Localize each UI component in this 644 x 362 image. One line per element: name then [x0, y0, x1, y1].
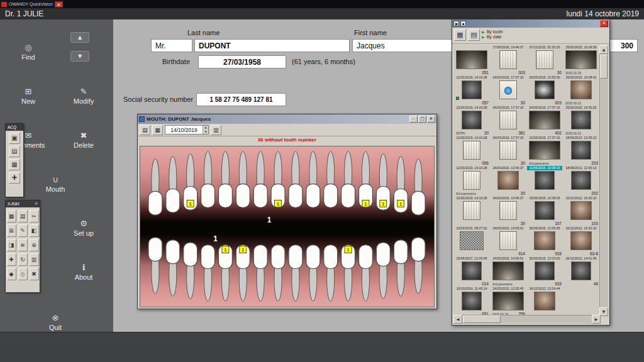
thumbnail-image[interactable] [462, 292, 482, 310]
lower-tooth[interactable] [289, 245, 303, 301]
thumbnail-image[interactable] [536, 50, 553, 69]
thumbnail-image[interactable] [535, 261, 555, 280]
thumbnail-image[interactable] [492, 292, 524, 310]
thumbnail-cell[interactable]: 24/03/2016, 13:46:3730 [491, 166, 526, 196]
thumbnail-cell[interactable]: 24/03/2015, 12:05:452015.02.25256 [491, 287, 526, 316]
lower-tooth[interactable] [236, 245, 250, 301]
grid-view-icon[interactable]: ▦ [454, 29, 466, 41]
delete-xray-icon[interactable]: ✖ [30, 268, 39, 280]
thumbnail-cell[interactable]: 24/03/2016, 17:37:16361 [491, 106, 526, 136]
lower-tooth[interactable] [394, 240, 408, 296]
upper-tooth[interactable] [201, 151, 215, 207]
thumbnail-image[interactable] [462, 111, 482, 129]
add-icon[interactable]: ✚ [7, 253, 16, 266]
sidebar-item-mouth[interactable]: ∪ Mouth [33, 175, 77, 193]
upper-tooth[interactable] [166, 156, 180, 212]
acq-palette-titlebar[interactable]: ACQ [6, 124, 23, 131]
rotate-icon[interactable]: ↻ [18, 253, 28, 266]
thumbnail-image[interactable] [565, 50, 597, 69]
tooth-status-tag[interactable]: 1 [397, 200, 404, 207]
draw-icon[interactable]: ✎ [18, 224, 28, 237]
thumbnail-cell[interactable]: 051 [454, 45, 489, 75]
browser-titlebar[interactable]: ▣ ▪ ✕ [452, 19, 609, 28]
thumbnail-cell[interactable]: 12/03/2019, 14:10:283rd panoramic [454, 166, 489, 196]
next-patient-button[interactable]: ▼ [70, 51, 89, 62]
thumbnail-cell[interactable]: 12/03/2019, 14:10:28057Ph30 [454, 106, 489, 136]
upper-tooth[interactable] [148, 159, 162, 215]
thumbnail-image[interactable] [570, 201, 592, 220]
previous-patient-button[interactable]: ▲ [70, 32, 89, 43]
upper-tooth[interactable] [306, 151, 320, 207]
thumbnail-image[interactable] [462, 261, 482, 280]
scrollbar-thumb[interactable] [600, 55, 608, 79]
title-select[interactable]: Mr. [151, 39, 192, 52]
tooth-status-tag[interactable]: 1 [275, 200, 282, 207]
upper-tooth[interactable] [271, 151, 285, 207]
sidebar-item-delete[interactable]: ✖ Delete [60, 131, 108, 149]
thumbnail-cell[interactable]: 12/03/2019, 14:10:28 [454, 196, 489, 226]
thumbnail-image[interactable] [499, 50, 517, 69]
scroll-up-icon[interactable]: ▲ [599, 45, 608, 54]
app-close-button[interactable]: ✕ [55, 1, 63, 8]
horizontal-scrollbar[interactable]: ◀ ▶ [453, 315, 601, 324]
full-mouth-icon[interactable]: ▦ [7, 210, 16, 222]
chart-date-input[interactable]: 14/10/2019 ▲ ▼ [165, 125, 209, 134]
thumbnail-image[interactable] [529, 111, 560, 129]
lower-tooth[interactable] [271, 245, 285, 301]
tooth-status-tag[interactable]: 1 [380, 200, 387, 207]
close-button[interactable]: ✕ [427, 116, 435, 123]
thumbnail-cell[interactable]: 30/03/2015, 13:03:00933 [527, 256, 562, 287]
upper-tooth[interactable] [341, 151, 355, 207]
dental-chart[interactable]: 1111111111 [140, 146, 435, 307]
thumbnail-image[interactable] [499, 141, 517, 160]
thumbnail-image[interactable] [570, 231, 592, 250]
sheet-icon[interactable]: ▤ [140, 125, 150, 135]
upper-tooth[interactable] [411, 159, 425, 215]
last-name-field[interactable]: DUPONT [194, 39, 350, 52]
sidebar-item-about[interactable]: ℹ About [60, 263, 108, 281]
thumbnail-cell[interactable]: 24/03/2016, 17:37:1630 [491, 75, 526, 106]
measure-icon[interactable]: ≡ [18, 239, 28, 251]
scroll-left-icon[interactable]: ◀ [453, 315, 462, 324]
thumbnail-cell[interactable]: 13/03/2015, 17:37:163rd panoramic [527, 136, 562, 166]
thumbnail-cell[interactable]: 16/12/2012, 14:01:4546 [564, 256, 599, 287]
lower-tooth[interactable] [306, 245, 320, 301]
sidebar-item-modify[interactable]: ✎ Modify [60, 87, 108, 105]
thumbnail-cell[interactable]: 24/03/2016, 14:46:3730 [491, 196, 526, 226]
sidebar-item-quit[interactable]: ⊗ Quit [33, 314, 77, 331]
lower-tooth[interactable] [376, 243, 390, 299]
capture-icon[interactable]: ✚ [9, 172, 20, 184]
thumbnail-image[interactable] [534, 292, 555, 310]
lower-tooth[interactable] [201, 245, 215, 301]
tooth-status-tag[interactable]: 1 [240, 246, 247, 253]
scrollbar-thumb[interactable] [463, 315, 501, 323]
film-icon[interactable]: ▦ [9, 159, 20, 170]
thumbnail-cell[interactable]: 25/02/2015, 16:08:412015.02.21 [564, 75, 599, 106]
close-icon[interactable]: ✕ [35, 200, 38, 207]
app-title-chip[interactable]: OWANDY QuickVision ✕ [0, 0, 64, 8]
upper-tooth[interactable] [236, 151, 250, 207]
scanner-icon[interactable]: ▤ [9, 146, 20, 157]
thumbnail-cell[interactable]: 16/10/2016, 11:45:14051 [454, 287, 489, 316]
upper-tooth[interactable] [359, 151, 373, 207]
sidebar-item-new[interactable]: ⊞ New [6, 87, 50, 105]
thumbnail-cell[interactable]: 11/06/2015, 10:38:16 [527, 166, 562, 196]
lower-tooth[interactable] [148, 238, 162, 293]
radio-by-date[interactable]: ▶ By date [482, 35, 502, 39]
thumbnail-cell[interactable]: 17/06/2016, 14:46:37003 [491, 45, 526, 75]
print-icon[interactable]: ▥ [211, 125, 221, 135]
thumbnail-cell[interactable]: 12/03/2019, 14:10:28056 [454, 136, 489, 166]
thumbnail-image[interactable] [499, 201, 517, 220]
bitewing-icon[interactable]: ▤ [18, 210, 28, 222]
smooth-icon[interactable]: ◇ [18, 268, 28, 280]
upper-tooth[interactable] [289, 151, 303, 207]
lower-tooth[interactable] [359, 245, 373, 301]
thumbnail-image[interactable] [529, 141, 560, 160]
birthdate-field[interactable]: 27/03/1958 [198, 55, 286, 69]
lower-tooth[interactable] [166, 240, 180, 296]
sidebar-item-find[interactable]: ◎ Find [6, 43, 50, 61]
thumbnail-cell[interactable]: 07/11/2015, 01:30:1630 [527, 45, 562, 75]
upper-tooth[interactable] [324, 151, 338, 207]
contrast-icon[interactable]: ◧ [30, 224, 39, 237]
calendar-icon[interactable]: ▦ [152, 125, 163, 135]
